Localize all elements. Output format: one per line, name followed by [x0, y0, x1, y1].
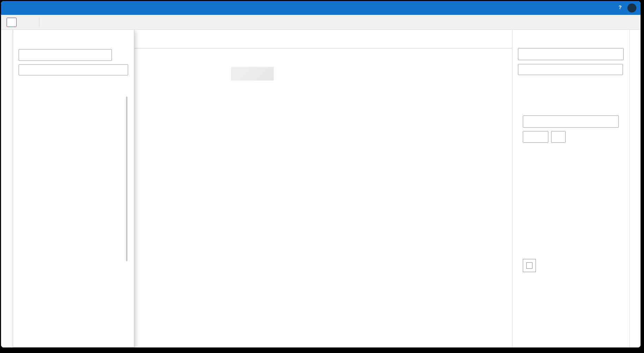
- chevron-down-icon: [518, 188, 522, 193]
- data-panel-scrollbar[interactable]: [126, 96, 127, 261]
- search-icon[interactable]: [594, 5, 600, 11]
- manage-data-icon[interactable]: [117, 51, 125, 58]
- font-size-select[interactable]: [523, 131, 548, 143]
- data-panel-menu-icon[interactable]: [121, 34, 127, 40]
- data-source-select[interactable]: [19, 49, 112, 61]
- save-icon[interactable]: [568, 19, 574, 26]
- pin-panel-icon[interactable]: [120, 337, 125, 343]
- data-panel: [13, 29, 134, 347]
- data-filter-input[interactable]: [30, 65, 113, 75]
- object-menu-icon[interactable]: [503, 49, 509, 55]
- options-panel: [512, 29, 629, 347]
- redo-icon[interactable]: [556, 19, 563, 26]
- divider: [39, 18, 39, 27]
- background-color-swatch: [526, 262, 532, 269]
- left-icon-rail: [1, 29, 13, 347]
- data-filter-field[interactable]: [19, 64, 128, 75]
- chart-subtitle-redacted: [231, 67, 274, 81]
- chevron-down-icon: [104, 53, 109, 57]
- chevron-right-icon: [518, 85, 522, 90]
- font-color-swatch: [555, 133, 561, 140]
- search-icon: [521, 67, 527, 72]
- section-object[interactable]: [518, 85, 587, 92]
- chevron-down-icon: [611, 119, 616, 124]
- options-filter-field[interactable]: [518, 64, 623, 75]
- undo-icon[interactable]: [545, 19, 551, 26]
- application-window: ?: [1, 1, 641, 347]
- section-list[interactable]: [518, 188, 587, 195]
- options-filter-input[interactable]: [529, 65, 609, 75]
- search-icon: [22, 67, 27, 73]
- chevron-right-icon: [518, 176, 522, 180]
- toolbar-menu-icon[interactable]: [579, 19, 586, 26]
- object-selector[interactable]: [518, 48, 624, 60]
- pin-panel-icon[interactable]: [517, 337, 522, 343]
- right-icon-rail: [629, 29, 641, 347]
- report-toolbar: [1, 15, 641, 30]
- font-family-select[interactable]: [523, 115, 619, 128]
- chevron-down-icon: [518, 98, 522, 102]
- new-data-item-button[interactable]: [19, 83, 21, 90]
- chevron-down-icon: [541, 134, 546, 139]
- help-icon[interactable]: ?: [618, 4, 622, 10]
- section-style[interactable]: [518, 97, 587, 104]
- app-bar: ?: [1, 1, 641, 15]
- app-switcher-icon[interactable]: [5, 5, 11, 11]
- edit-mode-button[interactable]: [7, 18, 17, 27]
- notifications-icon[interactable]: [605, 5, 612, 11]
- va-logo-icon[interactable]: [532, 19, 538, 26]
- avatar[interactable]: [627, 3, 636, 12]
- chevron-down-icon: [616, 52, 621, 56]
- section-layout[interactable]: [518, 175, 587, 182]
- font-color-button[interactable]: [551, 131, 566, 143]
- background-color-button[interactable]: [523, 259, 536, 272]
- object-filter-icon[interactable]: [494, 49, 500, 56]
- pencil-icon: [8, 19, 13, 25]
